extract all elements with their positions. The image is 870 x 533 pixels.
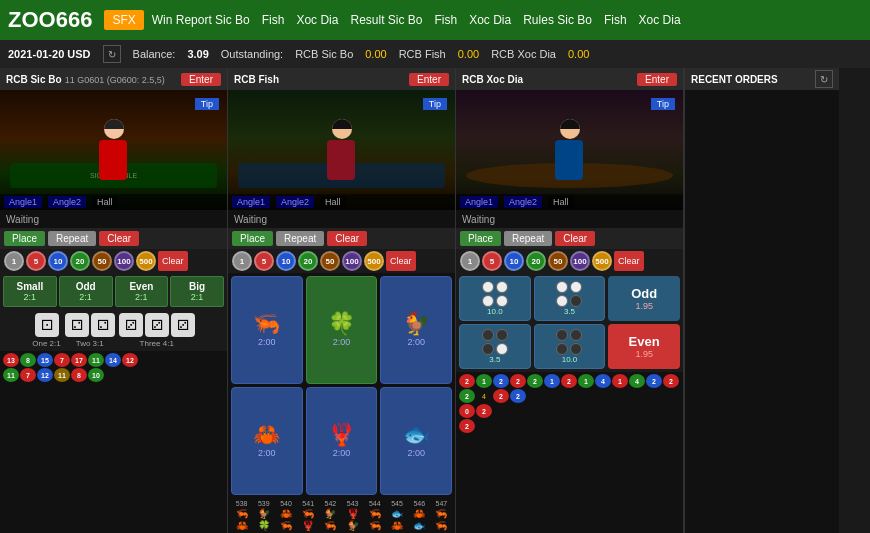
chip-20[interactable]: 20 <box>70 251 90 271</box>
sicbo-place-button[interactable]: Place <box>4 231 45 246</box>
nav-rules-sic-bo[interactable]: Rules Sic Bo <box>519 11 596 29</box>
fish-chip-10[interactable]: 10 <box>276 251 296 271</box>
fish-chip-20[interactable]: 20 <box>298 251 318 271</box>
xd-3w1b-discs <box>551 281 587 307</box>
xocdia-chip-20[interactable]: 20 <box>526 251 546 271</box>
fish-icon: 🐟 <box>403 424 430 446</box>
nav-xoc-dia-1[interactable]: Xoc Dia <box>292 11 342 29</box>
chip-500[interactable]: 500 <box>136 251 156 271</box>
xocdia-chips: 1 5 10 20 50 100 500 Clear <box>456 249 683 273</box>
dice-two-label: Two 3:1 <box>76 339 104 348</box>
refresh-button[interactable]: ↻ <box>103 45 121 63</box>
fish-history: 538 539 540 541 542 543 544 545 546 547 … <box>228 498 455 533</box>
nav-xoc-dia-3[interactable]: Xoc Dia <box>635 11 685 29</box>
dice-three-c[interactable]: ⚂ <box>171 313 195 337</box>
dice-three[interactable]: ⚂ <box>119 313 143 337</box>
fish-hall[interactable]: Hall <box>320 196 346 208</box>
xocdia-chip-500[interactable]: 500 <box>592 251 612 271</box>
xocdia-repeat-button[interactable]: Repeat <box>504 231 552 246</box>
recent-orders-refresh[interactable]: ↻ <box>815 70 833 88</box>
fish-bet-crab[interactable]: 🦀 2:00 <box>231 387 303 495</box>
sicbo-enter-button[interactable]: Enter <box>181 73 221 86</box>
xd-odd[interactable]: Odd 1.95 <box>608 276 680 321</box>
dice-one[interactable]: ⚀ <box>35 313 59 337</box>
fish-bet-lobster[interactable]: 🦞 2:00 <box>306 387 378 495</box>
fish-place-button[interactable]: Place <box>232 231 273 246</box>
xocdia-chip-5[interactable]: 5 <box>482 251 502 271</box>
sicbo-angle1[interactable]: Angle1 <box>4 196 42 208</box>
fish-video: Tip Angle1 Angle2 Hall <box>228 90 455 210</box>
fish-bet-shrimp[interactable]: 🦐 2:00 <box>231 276 303 384</box>
fish-clear-button[interactable]: Clear <box>327 231 367 246</box>
xocdia-panel-header: RCB Xoc Dia Enter <box>456 68 683 90</box>
xocdia-enter-button[interactable]: Enter <box>637 73 677 86</box>
xd-1white3black[interactable]: 3.5 <box>459 324 531 369</box>
fish-enter-button[interactable]: Enter <box>409 73 449 86</box>
chip-100[interactable]: 100 <box>114 251 134 271</box>
sicbo-history: 13815 71711 1412 11712 11810 <box>0 351 227 533</box>
fish-angle1[interactable]: Angle1 <box>232 196 270 208</box>
nav-fish-2[interactable]: Fish <box>431 11 462 29</box>
sicbo-repeat-button[interactable]: Repeat <box>48 231 96 246</box>
fish-chip-50[interactable]: 50 <box>320 251 340 271</box>
chip-1[interactable]: 1 <box>4 251 24 271</box>
fish-bet-gourd[interactable]: 🍀 2:00 <box>306 276 378 384</box>
sfx-button[interactable]: SFX <box>104 10 143 30</box>
xocdia-video: Tip Angle1 Angle2 Hall <box>456 90 683 210</box>
fish-repeat-button[interactable]: Repeat <box>276 231 324 246</box>
recent-orders-panel: RECENT ORDERS ↻ <box>684 68 839 533</box>
xd-4white[interactable]: 10.0 <box>459 276 531 321</box>
xd-4black[interactable]: 10.0 <box>534 324 606 369</box>
fish-history-row2: 🦀 🍀 🦐 🦞 🦐 🐓 🦐 🦀 🐟 🦐 <box>231 520 452 531</box>
fish-bet-fish[interactable]: 🐟 2:00 <box>380 387 452 495</box>
nav-fish-3[interactable]: Fish <box>600 11 631 29</box>
sicbo-angle2[interactable]: Angle2 <box>48 196 86 208</box>
sicbo-video: SIC BO TABLE Tip Angle1 Angle2 Hall <box>0 90 227 210</box>
xd-even[interactable]: Even 1.95 <box>608 324 680 369</box>
dice-three-b[interactable]: ⚂ <box>145 313 169 337</box>
fish-chip-100[interactable]: 100 <box>342 251 362 271</box>
balance-value: 3.09 <box>187 48 208 60</box>
gourd-icon: 🍀 <box>328 313 355 335</box>
fish-chip-clear[interactable]: Clear <box>386 251 416 271</box>
bet-big[interactable]: Big 2:1 <box>170 276 224 307</box>
xocdia-angle2[interactable]: Angle2 <box>504 196 542 208</box>
xocdia-chip-clear[interactable]: Clear <box>614 251 644 271</box>
sicbo-tip-button[interactable]: Tip <box>195 98 219 110</box>
xocdia-tip-button[interactable]: Tip <box>651 98 675 110</box>
dice-two-b[interactable]: ⚁ <box>91 313 115 337</box>
nav-win-report[interactable]: Win Report Sic Bo <box>148 11 254 29</box>
sicbo-hall[interactable]: Hall <box>92 196 118 208</box>
chip-50[interactable]: 50 <box>92 251 112 271</box>
dice-two[interactable]: ⚁ <box>65 313 89 337</box>
nav-xoc-dia-2[interactable]: Xoc Dia <box>465 11 515 29</box>
xocdia-place-button[interactable]: Place <box>460 231 501 246</box>
xocdia-hall[interactable]: Hall <box>548 196 574 208</box>
chip-5[interactable]: 5 <box>26 251 46 271</box>
fish-angle2[interactable]: Angle2 <box>276 196 314 208</box>
bet-odd[interactable]: Odd 2:1 <box>59 276 113 307</box>
chip-clear[interactable]: Clear <box>158 251 188 271</box>
xocdia-chip-100[interactable]: 100 <box>570 251 590 271</box>
xd-3white1black[interactable]: 3.5 <box>534 276 606 321</box>
main-content: RCB Sic Bo 11 G0601 (G0600: 2.5,5) Enter… <box>0 68 870 533</box>
chip-10[interactable]: 10 <box>48 251 68 271</box>
xocdia-clear-button[interactable]: Clear <box>555 231 595 246</box>
xocdia-angle1[interactable]: Angle1 <box>460 196 498 208</box>
xocdia-chip-50[interactable]: 50 <box>548 251 568 271</box>
dice-three-label: Three 4:1 <box>140 339 174 348</box>
bet-small[interactable]: Small 2:1 <box>3 276 57 307</box>
fish-angles: Angle1 Angle2 Hall <box>228 194 455 210</box>
fish-chip-5[interactable]: 5 <box>254 251 274 271</box>
fish-tip-button[interactable]: Tip <box>423 98 447 110</box>
xocdia-chip-10[interactable]: 10 <box>504 251 524 271</box>
nav-result-sic-bo[interactable]: Result Sic Bo <box>346 11 426 29</box>
fish-chip-1[interactable]: 1 <box>232 251 252 271</box>
bet-even[interactable]: Even 2:1 <box>115 276 169 307</box>
nav-fish-1[interactable]: Fish <box>258 11 289 29</box>
xocdia-chip-1[interactable]: 1 <box>460 251 480 271</box>
sicbo-clear-button[interactable]: Clear <box>99 231 139 246</box>
fish-chip-500[interactable]: 500 <box>364 251 384 271</box>
recent-orders-content <box>685 90 839 533</box>
fish-bet-rooster[interactable]: 🐓 2:00 <box>380 276 452 384</box>
